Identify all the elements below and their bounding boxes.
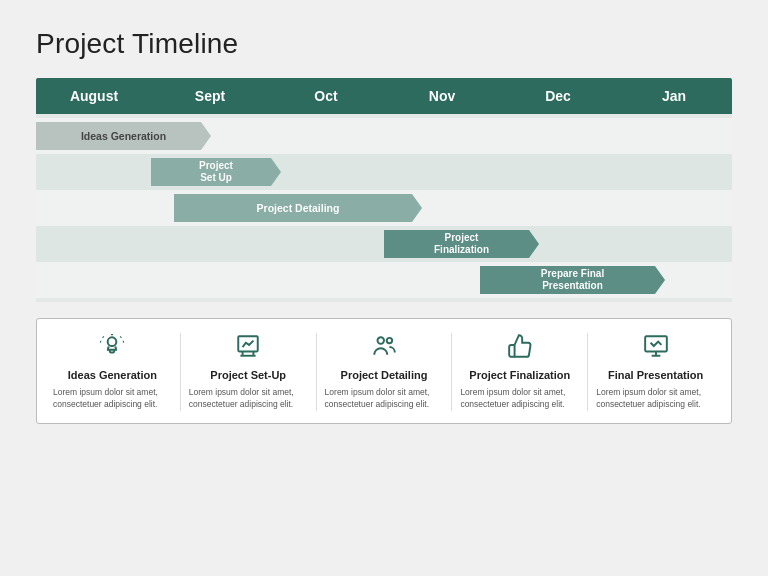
- bar-project-setup: ProjectSet Up: [151, 158, 281, 186]
- timeline-wrapper: August Sept Oct Nov Dec Jan Ideas Genera…: [36, 78, 732, 302]
- phase-desc-ideas: Lorem ipsum dolor sit amet, consectetuer…: [53, 387, 172, 411]
- phase-name-setup: Project Set-Up: [210, 369, 286, 382]
- svg-point-11: [387, 338, 392, 343]
- bar-project-detailing-label: Project Detailing: [257, 202, 340, 214]
- phases-section: Ideas Generation Lorem ipsum dolor sit a…: [36, 318, 732, 424]
- phase-item-setup: Project Set-Up Lorem ipsum dolor sit ame…: [181, 333, 317, 411]
- phase-name-finalization: Project Finalization: [469, 369, 570, 382]
- phase-item-finalization: Project Finalization Lorem ipsum dolor s…: [452, 333, 588, 411]
- phase-item-ideas: Ideas Generation Lorem ipsum dolor sit a…: [45, 333, 181, 411]
- timeline-header: August Sept Oct Nov Dec Jan: [36, 78, 732, 114]
- svg-line-4: [121, 337, 122, 338]
- phase-desc-setup: Lorem ipsum dolor sit amet, consectetuer…: [189, 387, 308, 411]
- timeline-row-1: ProjectSet Up: [36, 154, 732, 190]
- phase-name-presentation: Final Presentation: [608, 369, 703, 382]
- month-august: August: [36, 78, 152, 114]
- lightbulb-icon: [99, 333, 125, 363]
- phase-desc-detailing: Lorem ipsum dolor sit amet, consectetuer…: [325, 387, 444, 411]
- phase-item-detailing: Project Detailing Lorem ipsum dolor sit …: [317, 333, 453, 411]
- bar-project-setup-label: ProjectSet Up: [199, 160, 233, 184]
- phase-item-presentation: Final Presentation Lorem ipsum dolor sit…: [588, 333, 723, 411]
- bar-ideas-generation: Ideas Generation: [36, 122, 211, 150]
- phase-name-ideas: Ideas Generation: [68, 369, 157, 382]
- month-dec: Dec: [500, 78, 616, 114]
- timeline-row-0: Ideas Generation: [36, 118, 732, 154]
- bar-project-detailing: Project Detailing: [174, 194, 422, 222]
- svg-point-0: [108, 337, 117, 346]
- presentation-icon: [643, 333, 669, 363]
- phase-name-detailing: Project Detailing: [341, 369, 428, 382]
- phase-desc-finalization: Lorem ipsum dolor sit amet, consectetuer…: [460, 387, 579, 411]
- team-icon: [371, 333, 397, 363]
- phase-desc-presentation: Lorem ipsum dolor sit amet, consectetuer…: [596, 387, 715, 411]
- bar-project-finalization-label: ProjectFinalization: [434, 232, 489, 256]
- month-jan: Jan: [616, 78, 732, 114]
- month-sept: Sept: [152, 78, 268, 114]
- bar-final-presentation-label: Prepare FinalPresentation: [541, 268, 604, 292]
- svg-point-10: [377, 337, 384, 344]
- svg-line-2: [103, 337, 104, 338]
- bar-final-presentation: Prepare FinalPresentation: [480, 266, 665, 294]
- page-title: Project Timeline: [36, 28, 732, 60]
- timeline-row-4: Prepare FinalPresentation: [36, 262, 732, 298]
- timeline-row-3: ProjectFinalization: [36, 226, 732, 262]
- thumbsup-icon: [507, 333, 533, 363]
- month-oct: Oct: [268, 78, 384, 114]
- timeline-row-2: Project Detailing: [36, 190, 732, 226]
- chart-icon: [235, 333, 261, 363]
- bar-project-finalization: ProjectFinalization: [384, 230, 539, 258]
- month-nov: Nov: [384, 78, 500, 114]
- bar-ideas-generation-label: Ideas Generation: [81, 130, 166, 142]
